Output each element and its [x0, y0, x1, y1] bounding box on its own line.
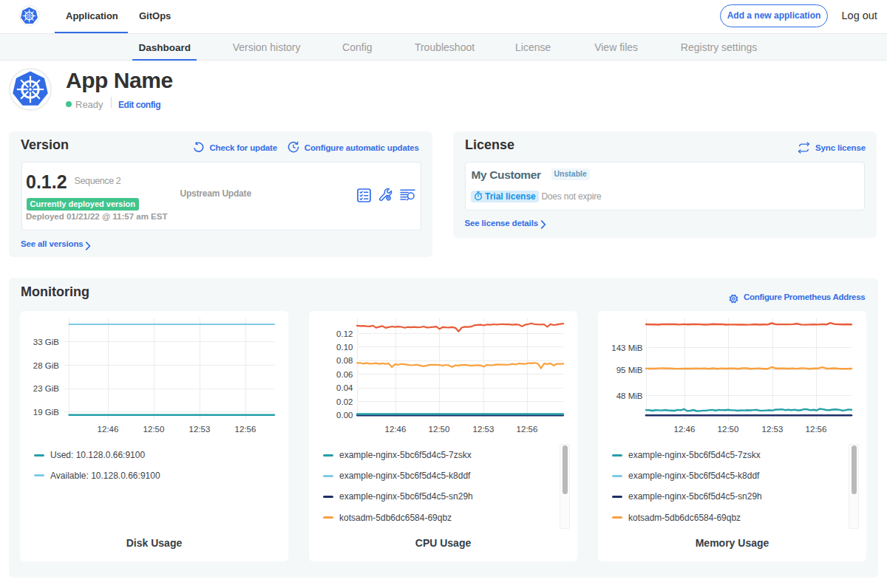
- svg-text:12:46: 12:46: [98, 425, 119, 434]
- svg-text:95 MiB: 95 MiB: [616, 366, 643, 375]
- svg-text:0.02: 0.02: [336, 397, 353, 406]
- svg-text:12:46: 12:46: [385, 425, 407, 434]
- svg-text:0.10: 0.10: [336, 343, 353, 352]
- svg-text:12:56: 12:56: [806, 425, 827, 434]
- svg-text:12:56: 12:56: [235, 425, 256, 434]
- svg-text:0.04: 0.04: [336, 383, 353, 392]
- svg-text:12:50: 12:50: [718, 425, 739, 434]
- svg-text:0.12: 0.12: [336, 329, 353, 338]
- svg-text:0.08: 0.08: [336, 356, 353, 365]
- svg-text:0.00: 0.00: [336, 411, 353, 420]
- svg-text:12:53: 12:53: [189, 425, 211, 434]
- svg-text:0.06: 0.06: [336, 370, 353, 379]
- svg-text:12:50: 12:50: [143, 425, 165, 434]
- svg-text:12:53: 12:53: [762, 425, 784, 434]
- svg-text:12:46: 12:46: [674, 425, 696, 434]
- svg-text:33 GiB: 33 GiB: [33, 338, 59, 346]
- svg-text:12:50: 12:50: [429, 425, 450, 434]
- svg-text:23 GiB: 23 GiB: [33, 384, 59, 393]
- svg-text:28 GiB: 28 GiB: [33, 361, 59, 370]
- svg-text:19 GiB: 19 GiB: [33, 408, 59, 417]
- svg-text:48 MiB: 48 MiB: [616, 392, 643, 400]
- svg-text:12:56: 12:56: [517, 425, 538, 434]
- svg-text:12:53: 12:53: [473, 425, 495, 434]
- svg-text:143 MiB: 143 MiB: [611, 343, 643, 352]
